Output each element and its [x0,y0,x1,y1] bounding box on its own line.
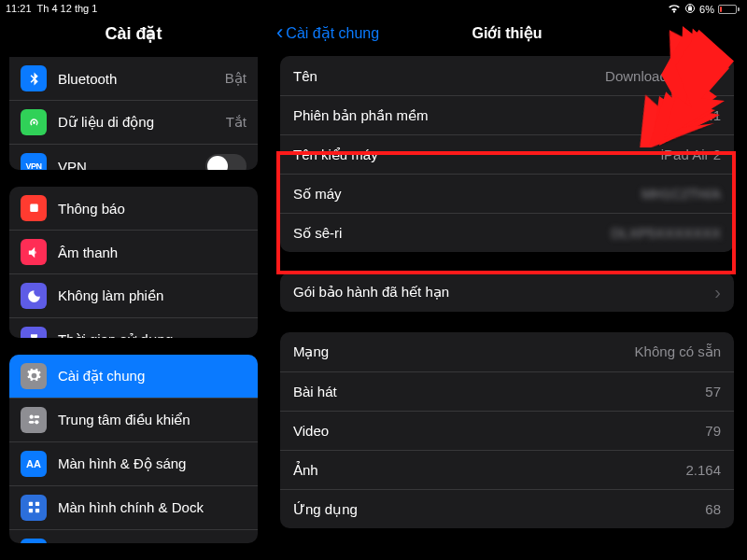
sidebar-item-label: Thời gian sử dụng [58,331,247,338]
sidebar-item-label: Cài đặt chung [58,368,247,385]
vpn-toggle[interactable] [205,154,247,170]
row-warranty[interactable]: Gói bảo hành đã hết hạn › [280,273,734,312]
row-network: Mạng Không có sẵn [280,332,734,371]
sidebar-item-home-dock[interactable]: Màn hình chính & Dock [9,485,258,529]
sidebar-item-general[interactable]: Cài đặt chung [9,355,258,398]
sidebar-item-accessibility[interactable]: Trợ năng [9,529,258,543]
row-value: 14.7.1 [682,107,721,123]
row-serial-number[interactable]: Số sê-ri DLXP5XXXXXXX [280,213,734,252]
row-label: Ứng dụng [293,501,705,518]
sidebar-item-label: Dữ liệu di động [58,114,215,131]
sidebar-item-label: Không làm phiền [58,287,247,304]
sidebar-item-notifications[interactable]: Thông báo [9,187,258,230]
row-value: 68 [705,501,721,517]
back-label: Cài đặt chung [286,24,379,42]
sidebar-item-cellular[interactable]: Dữ liệu di động Tắt [9,100,258,144]
row-model-number[interactable]: Số máy MH1C2TH/A [280,174,734,213]
about-group-device: Tên Download's iPad › Phiên bản phần mềm… [280,56,734,252]
bell-icon [21,195,47,221]
row-label: Gói bảo hành đã hết hạn [293,284,709,301]
antenna-icon [21,109,47,135]
status-bar-right: 6% [267,0,747,19]
grid-icon [21,495,47,521]
about-group-warranty: Gói bảo hành đã hết hạn › [280,273,734,312]
row-label: Tên kiểu máy [293,147,661,163]
sidebar-item-value: Bật [225,70,247,87]
sidebar-item-dnd[interactable]: Không làm phiền [9,273,258,317]
detail-pane: 6% ‹ Cài đặt chung Giới thiệu Tên Downlo… [267,0,747,560]
row-software-version[interactable]: Phiên bản phần mềm 14.7.1 [280,95,734,134]
row-value: 2.164 [685,462,721,478]
sidebar-group-system: Cài đặt chung Trung tâm điều khiển AA Mà… [9,355,258,543]
sidebar-title: Cài đặt [0,16,267,57]
svg-point-3 [35,421,38,425]
sidebar-item-label: Trung tâm điều khiển [58,412,247,428]
row-photos: Ảnh 2.164 [280,450,734,489]
battery-icon [718,5,740,14]
vpn-icon: VPN [21,153,47,170]
svg-rect-0 [30,203,38,212]
svg-rect-7 [28,509,32,512]
chevron-right-icon: › [714,283,721,301]
sidebar-item-sound[interactable]: Âm thanh [9,230,258,273]
sidebar-group-notifications: Thông báo Âm thanh Không làm phiền Thời … [9,187,258,338]
row-value: MH1C2TH/A [641,186,721,202]
svg-rect-11 [689,7,692,10]
row-model-name[interactable]: Tên kiểu máy iPad Air 2 [280,134,734,174]
row-value: Download's iPad [605,68,709,84]
page-title: Giới thiệu [472,24,542,42]
bluetooth-icon [21,65,47,91]
switches-icon [21,407,47,433]
hourglass-icon [21,327,47,338]
row-label: Ảnh [293,462,685,479]
row-label: Video [293,423,705,439]
sidebar-item-label: Màn hình chính & Dock [58,499,247,515]
chevron-left-icon: ‹ [276,22,283,43]
row-label: Số máy [293,186,641,203]
svg-rect-6 [35,502,38,506]
sidebar-item-label: Thông báo [58,201,247,217]
settings-sidebar: 11:21 Th 4 12 thg 1 Cài đặt Bluetooth Bậ… [0,0,267,560]
sidebar-item-control-center[interactable]: Trung tâm điều khiển [9,398,258,441]
sidebar-item-bluetooth[interactable]: Bluetooth Bật [9,57,258,100]
moon-icon [21,283,47,309]
status-bar: 11:21 Th 4 12 thg 1 [0,0,267,16]
row-label: Mạng [293,343,635,360]
sidebar-item-label: VPN [58,159,194,170]
svg-rect-4 [28,421,34,424]
back-button[interactable]: ‹ Cài đặt chung [276,22,379,43]
battery-percent: 6% [699,4,714,15]
svg-point-1 [29,415,33,419]
chevron-right-icon: › [714,66,721,85]
row-value: iPad Air 2 [661,147,721,162]
sidebar-item-vpn[interactable]: VPN VPN [9,144,258,170]
sidebar-item-label: Âm thanh [58,245,247,260]
status-date: Th 4 12 thg 1 [37,3,98,14]
row-value: 57 [705,384,721,399]
svg-rect-2 [34,416,39,419]
svg-rect-5 [28,502,32,506]
row-label: Phiên bản phần mềm [293,107,682,124]
row-value: Không có sẵn [635,343,721,360]
svg-rect-8 [35,509,38,512]
gear-icon [21,363,47,389]
sidebar-group-connectivity: Bluetooth Bật Dữ liệu di động Tắt VPN VP… [9,57,258,170]
wifi-icon [668,3,681,16]
row-songs: Bài hát 57 [280,371,734,411]
sidebar-item-display[interactable]: AA Màn hình & Độ sáng [9,441,258,485]
sidebar-item-screentime[interactable]: Thời gian sử dụng [9,317,258,338]
row-label: Số sê-ri [293,225,611,242]
row-video: Video 79 [280,411,734,450]
detail-header: ‹ Cài đặt chung Giới thiệu [267,19,747,56]
sidebar-item-value: Tắt [226,114,247,131]
row-apps: Ứng dụng 68 [280,489,734,528]
status-time: 11:21 [6,3,32,14]
row-name[interactable]: Tên Download's iPad › [280,56,734,95]
row-label: Tên [293,68,605,84]
row-value: 79 [705,423,721,439]
orientation-lock-icon [684,3,696,16]
text-size-icon: AA [21,451,47,477]
about-group-content: Mạng Không có sẵn Bài hát 57 Video 79 Ản… [280,332,734,528]
speaker-icon [21,239,47,265]
sidebar-item-label: Màn hình & Độ sáng [58,455,247,472]
